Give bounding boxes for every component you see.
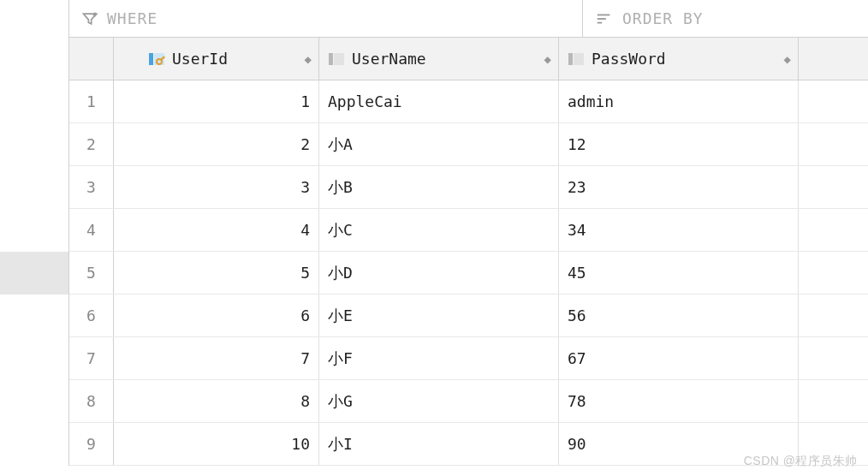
cell-username[interactable]: AppleCai <box>319 80 559 122</box>
row-gutter[interactable] <box>0 80 68 123</box>
row-number[interactable]: 6 <box>69 295 114 336</box>
row-gutter[interactable] <box>0 209 68 252</box>
table-row[interactable]: 11AppleCaiadmin <box>69 80 868 123</box>
row-number[interactable]: 8 <box>69 380 114 422</box>
sort-handle-icon[interactable]: ◆ <box>544 53 551 65</box>
svg-rect-13 <box>574 53 584 65</box>
row-gutter[interactable] <box>0 123 68 166</box>
watermark: CSDN @程序员朱帅 <box>744 454 858 469</box>
svg-line-9 <box>163 57 164 58</box>
table-row[interactable]: 66小E56 <box>69 295 868 337</box>
cell-userid[interactable]: 8 <box>114 380 319 422</box>
row-gutter[interactable] <box>0 337 68 380</box>
cell-username[interactable]: 小F <box>319 337 559 379</box>
cell-username[interactable]: 小C <box>319 209 559 251</box>
row-gutter[interactable] <box>0 166 68 209</box>
filter-icon <box>81 10 98 27</box>
cell-username[interactable]: 小I <box>319 423 559 465</box>
row-gutter[interactable] <box>0 423 68 466</box>
cell-userid[interactable]: 7 <box>114 337 319 379</box>
svg-rect-11 <box>334 53 344 65</box>
table-row[interactable]: 55小D45 <box>69 252 868 295</box>
column-label: UserName <box>352 50 426 68</box>
cell-password[interactable]: 67 <box>559 337 799 379</box>
svg-rect-10 <box>329 53 333 65</box>
filter-bar: WHERE ORDER BY <box>69 0 868 38</box>
column-icon <box>328 51 345 68</box>
cell-username[interactable]: 小A <box>319 123 559 165</box>
orderby-filter[interactable]: ORDER BY <box>583 0 868 37</box>
table-row[interactable]: 88小G78 <box>69 380 868 423</box>
cell-username[interactable]: 小B <box>319 166 559 208</box>
cell-password[interactable]: 45 <box>559 252 799 294</box>
column-header-username[interactable]: UserName ◆ <box>319 38 559 80</box>
where-label: WHERE <box>107 9 158 27</box>
orderby-label: ORDER BY <box>622 9 704 27</box>
primary-key-icon <box>148 51 165 68</box>
header-row: UserId ◆ UserName ◆ <box>69 38 868 80</box>
table-row[interactable]: 33小B23 <box>69 166 868 209</box>
cell-userid[interactable]: 3 <box>114 166 319 208</box>
cell-password[interactable]: 56 <box>559 295 799 336</box>
row-number[interactable]: 2 <box>69 123 114 165</box>
column-label: PassWord <box>592 50 666 68</box>
table-row[interactable]: 44小C34 <box>69 209 868 252</box>
svg-rect-5 <box>149 53 153 65</box>
row-number[interactable]: 9 <box>69 423 114 465</box>
column-icon <box>568 51 585 68</box>
cell-userid[interactable]: 6 <box>114 295 319 336</box>
cell-password[interactable]: 78 <box>559 380 799 422</box>
row-number[interactable]: 7 <box>69 337 114 379</box>
cell-userid[interactable]: 1 <box>114 80 319 122</box>
row-gutter[interactable] <box>0 295 68 337</box>
column-header-userid[interactable]: UserId ◆ <box>114 38 319 80</box>
sort-handle-icon[interactable]: ◆ <box>784 53 791 65</box>
cell-userid[interactable]: 5 <box>114 252 319 294</box>
column-label: UserId <box>172 50 228 68</box>
row-number[interactable]: 1 <box>69 80 114 122</box>
row-gutter-header <box>0 38 68 80</box>
cell-password[interactable]: admin <box>559 80 799 122</box>
cell-password[interactable]: 12 <box>559 123 799 165</box>
cell-userid[interactable]: 4 <box>114 209 319 251</box>
cell-password[interactable]: 23 <box>559 166 799 208</box>
table-row[interactable]: 77小F67 <box>69 337 868 380</box>
cell-userid[interactable]: 2 <box>114 123 319 165</box>
cell-userid[interactable]: 10 <box>114 423 319 465</box>
where-filter[interactable]: WHERE <box>69 0 583 37</box>
sort-icon <box>595 10 614 27</box>
rownum-header[interactable] <box>69 38 114 80</box>
cell-username[interactable]: 小G <box>319 380 559 422</box>
cell-username[interactable]: 小E <box>319 295 559 336</box>
cell-password[interactable]: 34 <box>559 209 799 251</box>
row-number[interactable]: 3 <box>69 166 114 208</box>
cell-username[interactable]: 小D <box>319 252 559 294</box>
svg-rect-12 <box>568 53 573 65</box>
data-grid: UserId ◆ UserName ◆ <box>69 38 868 466</box>
row-number[interactable]: 5 <box>69 252 114 294</box>
column-header-password[interactable]: PassWord ◆ <box>559 38 799 80</box>
row-gutter[interactable] <box>0 252 68 295</box>
sort-handle-icon[interactable]: ◆ <box>305 53 312 65</box>
table-row[interactable]: 22小A12 <box>69 123 868 166</box>
row-gutter[interactable] <box>0 380 68 423</box>
row-number[interactable]: 4 <box>69 209 114 251</box>
